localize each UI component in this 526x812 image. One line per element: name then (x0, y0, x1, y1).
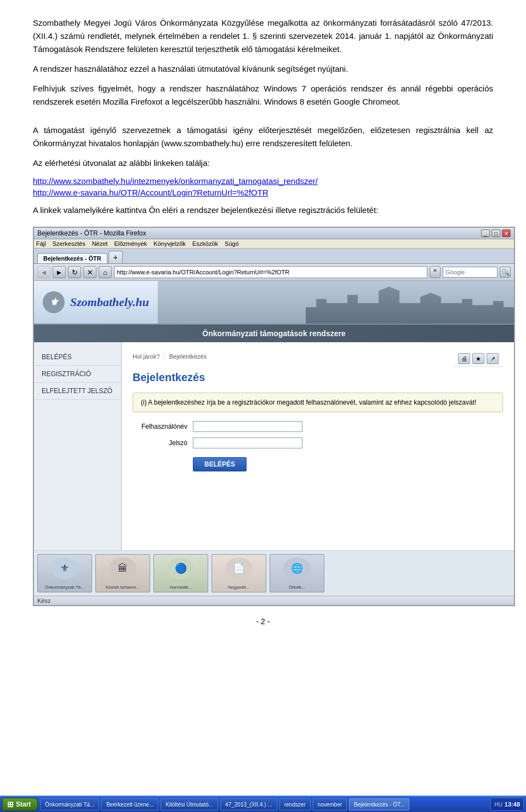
paragraph-2: A rendszer használatához ezzel a használ… (33, 62, 493, 76)
page-number: - 2 - (33, 617, 493, 626)
menu-view[interactable]: Nézet (92, 240, 108, 247)
browser-tab-new[interactable]: + (108, 251, 123, 263)
taskbar-btn-3[interactable]: 47_2013_(XII.4.) ... (220, 798, 277, 810)
reload-button[interactable]: ↻ (68, 266, 81, 278)
stop-button[interactable]: ✕ (83, 266, 96, 278)
search-go-button[interactable]: 🔍 (500, 267, 511, 278)
paragraph-4: A támogatást igénylő szervezetnek a támo… (33, 124, 493, 150)
go-button[interactable]: » (430, 266, 441, 278)
site-main-content: Hol járok? : Bejelentkezés 🖨 ★ ↗ Bejelen… (122, 342, 514, 550)
breadcrumb-separator: : (164, 353, 165, 360)
site-logo: ⚜ Szombathely.hu (34, 281, 158, 324)
browser-statusbar: Kész (34, 596, 514, 605)
breadcrumb-home: Hol járok? (133, 353, 160, 360)
thumb-logo-3: 🔵 (167, 557, 195, 579)
thumb-logo-2: 🏛 (109, 557, 136, 579)
password-row: Jelszó (133, 437, 503, 448)
maximize-button[interactable]: □ (491, 229, 500, 237)
menu-help[interactable]: Súgó (225, 240, 239, 247)
menu-file[interactable]: Fájl (36, 240, 46, 247)
back-button[interactable]: ◄ (37, 266, 50, 278)
browser-menubar: Fájl Szerkesztés Nézet Előzmények Könyvj… (34, 239, 514, 249)
thumb-logo-1: ⚜ (51, 557, 78, 579)
browser-title: Bejelentkezés - ÖTR - Mozilla Firefox (37, 229, 146, 237)
browser-content: ⚜ Szombathely.hu Önkormányzati támogatás… (34, 281, 514, 596)
browser-titlebar: Bejelentkezés - ÖTR - Mozilla Firefox _ … (34, 228, 514, 239)
close-button[interactable]: ✕ (502, 229, 511, 237)
paragraph-3: Felhívjuk szíves figyelmét, hogy a rends… (33, 82, 493, 108)
site-icons-bar: 🖨 ★ ↗ (454, 351, 503, 367)
forward-button[interactable]: ► (53, 266, 66, 278)
username-row: Felhasználónév (133, 421, 503, 432)
menu-history[interactable]: Előzmények (114, 240, 147, 247)
taskbar-btn-active[interactable]: Bejelentkezés - ÖT... (349, 798, 409, 810)
taskbar-btn-4[interactable]: rendszer (279, 798, 311, 810)
windows-taskbar: ⊞ Start Önkormányzati Tá... Beérkezett ü… (0, 796, 526, 812)
site-sidebar: BELÉPÉS REGISZTRÁCIÓ ELFELEJTETT JELSZÓ (34, 342, 122, 550)
site-nav-banner: Önkormányzati támogatások rendszere (34, 325, 514, 342)
browser-screenshot: Bejelentkezés - ÖTR - Mozilla Firefox _ … (33, 227, 515, 606)
breadcrumb: Hol járok? : Bejelentkezés (133, 353, 207, 360)
username-label: Felhasználónév (133, 423, 193, 430)
thumb-1[interactable]: ⚜ Önkormányzati Tá... (37, 554, 92, 592)
paragraph-5: Az elérhetési útvonalat az alábbi linkek… (33, 157, 493, 170)
taskbar-btn-5[interactable]: november (313, 798, 347, 810)
taskbar-btn-2[interactable]: Kitöltési Útmutató... (161, 798, 218, 810)
sidebar-item-register[interactable]: REGISZTRÁCIÓ (34, 366, 121, 383)
search-bar: 🔍 (443, 267, 511, 278)
thumb-2[interactable]: 🏛 Kisebb tartalom... (95, 554, 150, 592)
statusbar-text: Kész (37, 597, 50, 604)
start-button[interactable]: ⊞ Start (2, 798, 38, 811)
link-2[interactable]: http://www.e-savaria.hu/OTR/Account/Logi… (33, 188, 268, 197)
taskbar-btn-0[interactable]: Önkormányzati Tá... (40, 798, 99, 810)
menu-edit[interactable]: Szerkesztés (53, 240, 85, 247)
start-label: Start (16, 801, 31, 808)
minimize-button[interactable]: _ (481, 229, 490, 237)
share-icon[interactable]: ↗ (487, 353, 499, 364)
password-input[interactable] (193, 437, 302, 448)
username-input[interactable] (193, 421, 302, 432)
sidebar-item-forgot-password[interactable]: ELFELEJTETT JELSZÓ (34, 383, 121, 400)
site-body: BELÉPÉS REGISZTRÁCIÓ ELFELEJTETT JELSZÓ … (34, 342, 514, 550)
thumb-logo-4: 📄 (225, 557, 253, 579)
browser-footer-thumbnails: ⚜ Önkormányzati Tá... 🏛 Kisebb tartalom.… (34, 550, 514, 596)
paragraph-1: Szombathely Megyei Jogú Város Önkormányz… (33, 16, 493, 56)
window-controls[interactable]: _ □ ✕ (481, 229, 511, 237)
info-box: (i) A bejelentkezéshez írja be a regiszt… (133, 393, 503, 412)
thumb-logo-5: 🌐 (283, 557, 311, 579)
link-1[interactable]: http://www.szombathely.hu/intezmenyek/on… (33, 176, 318, 186)
thumb-5[interactable]: 🌐 Ötödik... (270, 554, 324, 592)
password-label: Jelszó (133, 439, 193, 447)
sidebar-item-login[interactable]: BELÉPÉS (34, 349, 121, 366)
thumb-4[interactable]: 📄 Negyedik... (211, 554, 266, 592)
document-body: Szombathely Megyei Jogú Város Önkormányz… (33, 16, 493, 626)
star-icon[interactable]: ★ (472, 353, 484, 364)
menu-tools[interactable]: Eszközök (192, 240, 218, 247)
site-logo-icon: ⚜ (43, 291, 65, 313)
page-heading: Bejelentkezés (133, 371, 503, 384)
site-logo-text: Szombathely.hu (70, 295, 149, 309)
login-button[interactable]: BELÉPÉS (193, 457, 247, 471)
print-icon[interactable]: 🖨 (458, 353, 470, 364)
site-building-image (158, 281, 514, 324)
address-bar[interactable] (114, 266, 427, 278)
taskbar-tray: HU 13:48 (490, 798, 524, 811)
site-header: ⚜ Szombathely.hu (34, 281, 514, 325)
start-icon: ⊞ (7, 800, 14, 809)
browser-tabbar: Bejelentkezés - ÖTR + (34, 249, 514, 264)
tray-clock: 13:48 (505, 801, 520, 808)
paragraph-6: A linkek valamelyikére kattintva Ön elér… (33, 204, 493, 217)
browser-toolbar: ◄ ► ↻ ✕ ⌂ » 🔍 (34, 264, 514, 281)
taskbar-btn-1[interactable]: Beérkezett üzene... (101, 798, 158, 810)
thumb-3[interactable]: 🔵 Harmadik... (153, 554, 208, 592)
tray-language: HU (494, 802, 502, 808)
browser-tab-active[interactable]: Bejelentkezés - ÖTR (37, 253, 107, 263)
login-form: Felhasználónév Jelszó BELÉPÉS (133, 421, 503, 471)
search-input[interactable] (443, 267, 498, 278)
menu-bookmarks[interactable]: Könyvjelzők (153, 240, 186, 247)
breadcrumb-current: Bejelentkezés (169, 353, 207, 360)
home-button[interactable]: ⌂ (99, 266, 112, 278)
building-silhouette (306, 283, 514, 324)
